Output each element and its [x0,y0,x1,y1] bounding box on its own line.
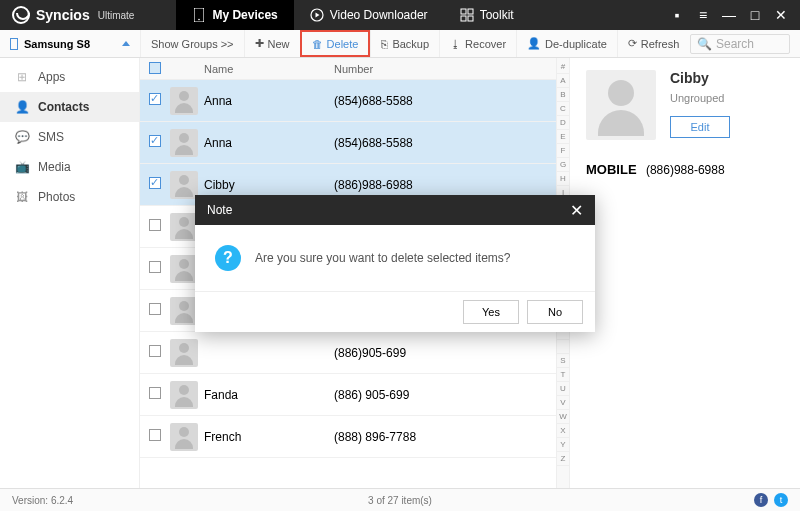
tab-label: Video Downloader [330,8,428,22]
alpha-letter[interactable]: E [557,130,569,144]
sidebar-item-sms[interactable]: 💬SMS [0,122,139,152]
contact-row[interactable]: Fanda(886) 905-699 [140,374,556,416]
contact-name: Anna [200,94,330,108]
no-button[interactable]: No [527,300,583,324]
row-checkbox[interactable] [149,219,161,231]
row-checkbox[interactable] [149,261,161,273]
label: Backup [392,38,429,50]
alpha-letter[interactable]: A [557,74,569,88]
show-groups-button[interactable]: Show Groups >> [140,30,244,57]
row-checkbox[interactable] [149,93,161,105]
statusbar: Version: 6.2.4 3 of 27 item(s) f t [0,488,800,511]
app-name: Syncios [36,7,90,23]
label: Show Groups >> [151,38,234,50]
device-name: Samsung S8 [24,38,90,50]
label: Photos [38,190,75,204]
alpha-letter[interactable]: # [557,60,569,74]
contact-name: French [200,430,330,444]
row-checkbox[interactable] [149,345,161,357]
alpha-letter[interactable]: S [557,354,569,368]
row-checkbox[interactable] [149,177,161,189]
yes-button[interactable]: Yes [463,300,519,324]
row-checkbox[interactable] [149,303,161,315]
modal-close-button[interactable]: ✕ [570,201,583,220]
sidebar-item-media[interactable]: 📺Media [0,152,139,182]
facebook-icon[interactable]: f [754,493,768,507]
svg-point-1 [199,19,201,21]
minimize-button[interactable]: — [722,8,736,22]
version-label: Version: 6.2.4 [12,495,73,506]
alpha-letter[interactable]: V [557,396,569,410]
contact-name: Fanda [200,388,330,402]
alpha-letter[interactable]: H [557,172,569,186]
sidebar-item-contacts[interactable]: 👤Contacts [0,92,139,122]
contact-row[interactable]: Anna(854)688-5588 [140,122,556,164]
contact-row[interactable]: (886)905-699 [140,332,556,374]
detail-avatar [586,70,656,140]
avatar-icon [170,297,198,325]
row-checkbox[interactable] [149,429,161,441]
phone-icon [192,8,206,22]
contact-row[interactable]: Anna(854)688-5588 [140,80,556,122]
alpha-letter[interactable]: F [557,144,569,158]
label: Delete [327,38,359,50]
deduplicate-button[interactable]: 👤De-duplicate [516,30,617,57]
item-count: 3 of 27 item(s) [368,495,432,506]
svg-rect-6 [468,16,473,21]
column-number[interactable]: Number [330,63,556,75]
avatar-icon [170,255,198,283]
alpha-letter[interactable]: X [557,424,569,438]
search-input[interactable]: 🔍 Search [690,34,790,54]
alpha-letter[interactable]: Y [557,438,569,452]
tab-toolkit[interactable]: Toolkit [444,0,530,30]
label: New [268,38,290,50]
contact-number: (886)905-699 [330,346,556,360]
dedup-icon: 👤 [527,37,541,50]
alpha-letter[interactable]: U [557,382,569,396]
alpha-letter[interactable]: B [557,88,569,102]
close-button[interactable]: ✕ [774,8,788,22]
toolbar: Show Groups >> ✚New 🗑Delete ⎘Backup ⭳Rec… [140,30,800,57]
sidebar-item-photos[interactable]: 🖼Photos [0,182,139,212]
backup-button[interactable]: ⎘Backup [370,30,439,57]
device-selector[interactable]: Samsung S8 [0,38,140,50]
alpha-letter[interactable]: G [557,158,569,172]
label: Contacts [38,100,89,114]
recover-button[interactable]: ⭳Recover [439,30,516,57]
edit-button[interactable]: Edit [670,116,730,138]
row-checkbox[interactable] [149,387,161,399]
nav-tabs: My Devices Video Downloader Toolkit [176,0,529,30]
tab-my-devices[interactable]: My Devices [176,0,293,30]
new-button[interactable]: ✚New [244,30,300,57]
contact-row[interactable]: French(888) 896-7788 [140,416,556,458]
contacts-icon: 👤 [14,99,30,115]
select-all-checkbox[interactable] [140,62,170,76]
alpha-letter[interactable]: C [557,102,569,116]
delete-button[interactable]: 🗑Delete [300,30,371,57]
twitter-icon[interactable]: t [774,493,788,507]
modal-body: ? Are you sure you want to delete select… [195,225,595,291]
backup-icon: ⎘ [381,38,388,50]
media-icon: 📺 [14,159,30,175]
refresh-button[interactable]: ⟳Refresh [617,30,690,57]
alpha-letter[interactable] [557,340,569,354]
sidebar-item-apps[interactable]: ⊞Apps [0,62,139,92]
label: Recover [465,38,506,50]
plus-icon: ✚ [255,37,264,50]
column-name[interactable]: Name [200,63,330,75]
maximize-button[interactable]: □ [748,8,762,22]
menu-icon[interactable]: ≡ [696,8,710,22]
alpha-letter[interactable]: W [557,410,569,424]
alpha-letter[interactable]: T [557,368,569,382]
alpha-letter[interactable]: Z [557,452,569,466]
tab-video-downloader[interactable]: Video Downloader [294,0,444,30]
svg-rect-5 [461,16,466,21]
label: SMS [38,130,64,144]
titlebar: Syncios Ultimate My Devices Video Downlo… [0,0,800,30]
avatar-icon [170,213,198,241]
alpha-letter[interactable]: D [557,116,569,130]
svg-rect-4 [468,9,473,14]
recover-icon: ⭳ [450,38,461,50]
chat-icon[interactable]: ▪ [670,8,684,22]
row-checkbox[interactable] [149,135,161,147]
